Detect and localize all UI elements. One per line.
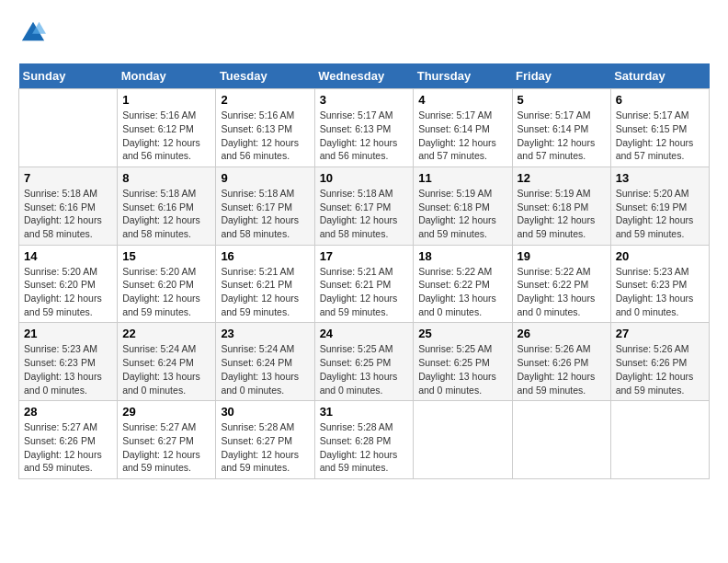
day-info: Sunrise: 5:27 AM Sunset: 6:26 PM Dayligh… bbox=[24, 420, 112, 475]
day-number: 21 bbox=[24, 327, 112, 340]
day-info: Sunrise: 5:21 AM Sunset: 6:21 PM Dayligh… bbox=[221, 265, 309, 319]
calendar-cell: 10Sunrise: 5:18 AM Sunset: 6:17 PM Dayli… bbox=[314, 167, 414, 245]
calendar-cell: 22Sunrise: 5:24 AM Sunset: 6:24 PM Dayli… bbox=[118, 323, 216, 401]
calendar-cell: 8Sunrise: 5:18 AM Sunset: 6:16 PM Daylig… bbox=[118, 167, 216, 245]
day-info: Sunrise: 5:22 AM Sunset: 6:22 PM Dayligh… bbox=[418, 265, 506, 319]
calendar-cell: 17Sunrise: 5:21 AM Sunset: 6:21 PM Dayli… bbox=[314, 245, 414, 323]
day-info: Sunrise: 5:18 AM Sunset: 6:16 PM Dayligh… bbox=[122, 187, 210, 241]
day-info: Sunrise: 5:23 AM Sunset: 6:23 PM Dayligh… bbox=[616, 265, 704, 319]
day-info: Sunrise: 5:18 AM Sunset: 6:16 PM Dayligh… bbox=[24, 187, 112, 241]
day-info: Sunrise: 5:20 AM Sunset: 6:19 PM Dayligh… bbox=[616, 187, 704, 241]
day-number: 22 bbox=[122, 327, 210, 340]
day-info: Sunrise: 5:25 AM Sunset: 6:25 PM Dayligh… bbox=[418, 342, 506, 396]
weekday-sunday: Sunday bbox=[19, 63, 118, 89]
day-info: Sunrise: 5:27 AM Sunset: 6:27 PM Dayligh… bbox=[122, 420, 210, 475]
week-row-5: 28Sunrise: 5:27 AM Sunset: 6:26 PM Dayli… bbox=[19, 401, 710, 479]
day-number: 26 bbox=[518, 327, 606, 340]
page-header bbox=[18, 18, 710, 49]
day-info: Sunrise: 5:26 AM Sunset: 6:26 PM Dayligh… bbox=[518, 342, 606, 396]
day-info: Sunrise: 5:28 AM Sunset: 6:27 PM Dayligh… bbox=[221, 420, 309, 475]
day-number: 11 bbox=[418, 171, 506, 185]
day-number: 4 bbox=[418, 93, 506, 107]
day-number: 24 bbox=[320, 327, 409, 340]
calendar-cell: 18Sunrise: 5:22 AM Sunset: 6:22 PM Dayli… bbox=[414, 245, 512, 323]
day-number: 10 bbox=[320, 171, 409, 185]
day-number: 9 bbox=[221, 171, 309, 185]
day-info: Sunrise: 5:18 AM Sunset: 6:17 PM Dayligh… bbox=[320, 187, 409, 241]
day-number: 12 bbox=[518, 171, 606, 185]
weekday-tuesday: Tuesday bbox=[216, 63, 314, 89]
day-info: Sunrise: 5:28 AM Sunset: 6:28 PM Dayligh… bbox=[320, 420, 409, 475]
day-number: 13 bbox=[616, 171, 704, 185]
day-number: 17 bbox=[320, 249, 409, 263]
day-number: 8 bbox=[122, 171, 210, 185]
calendar-cell: 9Sunrise: 5:18 AM Sunset: 6:17 PM Daylig… bbox=[216, 167, 314, 245]
calendar-cell: 20Sunrise: 5:23 AM Sunset: 6:23 PM Dayli… bbox=[610, 245, 709, 323]
day-number: 29 bbox=[122, 405, 210, 419]
calendar-cell: 4Sunrise: 5:17 AM Sunset: 6:14 PM Daylig… bbox=[414, 89, 512, 167]
day-info: Sunrise: 5:23 AM Sunset: 6:23 PM Dayligh… bbox=[24, 342, 112, 396]
day-info: Sunrise: 5:17 AM Sunset: 6:14 PM Dayligh… bbox=[518, 109, 606, 163]
week-row-2: 7Sunrise: 5:18 AM Sunset: 6:16 PM Daylig… bbox=[19, 167, 710, 245]
day-number: 30 bbox=[221, 405, 309, 419]
calendar-cell: 7Sunrise: 5:18 AM Sunset: 6:16 PM Daylig… bbox=[19, 167, 118, 245]
day-number: 31 bbox=[320, 405, 409, 419]
calendar-cell: 26Sunrise: 5:26 AM Sunset: 6:26 PM Dayli… bbox=[512, 323, 610, 401]
day-info: Sunrise: 5:21 AM Sunset: 6:21 PM Dayligh… bbox=[320, 265, 409, 319]
week-row-4: 21Sunrise: 5:23 AM Sunset: 6:23 PM Dayli… bbox=[19, 323, 710, 401]
calendar-cell: 21Sunrise: 5:23 AM Sunset: 6:23 PM Dayli… bbox=[19, 323, 118, 401]
calendar-cell: 15Sunrise: 5:20 AM Sunset: 6:20 PM Dayli… bbox=[118, 245, 216, 323]
calendar-cell: 2Sunrise: 5:16 AM Sunset: 6:13 PM Daylig… bbox=[216, 89, 314, 167]
calendar-cell: 28Sunrise: 5:27 AM Sunset: 6:26 PM Dayli… bbox=[19, 401, 118, 479]
calendar-cell bbox=[512, 401, 610, 479]
day-info: Sunrise: 5:16 AM Sunset: 6:13 PM Dayligh… bbox=[221, 109, 309, 163]
day-info: Sunrise: 5:25 AM Sunset: 6:25 PM Dayligh… bbox=[320, 342, 409, 396]
weekday-thursday: Thursday bbox=[414, 63, 512, 89]
weekday-saturday: Saturday bbox=[610, 63, 709, 89]
day-number: 5 bbox=[518, 93, 606, 107]
day-number: 20 bbox=[616, 249, 704, 263]
calendar-cell: 31Sunrise: 5:28 AM Sunset: 6:28 PM Dayli… bbox=[314, 401, 414, 479]
day-number: 7 bbox=[24, 171, 112, 185]
day-info: Sunrise: 5:17 AM Sunset: 6:15 PM Dayligh… bbox=[616, 109, 704, 163]
logo-icon bbox=[20, 18, 46, 44]
day-number: 2 bbox=[221, 93, 309, 107]
day-info: Sunrise: 5:26 AM Sunset: 6:26 PM Dayligh… bbox=[616, 342, 704, 396]
day-info: Sunrise: 5:20 AM Sunset: 6:20 PM Dayligh… bbox=[24, 265, 112, 319]
calendar-cell: 27Sunrise: 5:26 AM Sunset: 6:26 PM Dayli… bbox=[610, 323, 709, 401]
calendar-cell: 19Sunrise: 5:22 AM Sunset: 6:22 PM Dayli… bbox=[512, 245, 610, 323]
calendar-cell: 23Sunrise: 5:24 AM Sunset: 6:24 PM Dayli… bbox=[216, 323, 314, 401]
calendar-cell: 25Sunrise: 5:25 AM Sunset: 6:25 PM Dayli… bbox=[414, 323, 512, 401]
calendar-table: SundayMondayTuesdayWednesdayThursdayFrid… bbox=[18, 63, 710, 479]
calendar-cell: 30Sunrise: 5:28 AM Sunset: 6:27 PM Dayli… bbox=[216, 401, 314, 479]
day-info: Sunrise: 5:18 AM Sunset: 6:17 PM Dayligh… bbox=[221, 187, 309, 241]
calendar-cell: 3Sunrise: 5:17 AM Sunset: 6:13 PM Daylig… bbox=[314, 89, 414, 167]
calendar-body: 1Sunrise: 5:16 AM Sunset: 6:12 PM Daylig… bbox=[19, 89, 710, 479]
day-info: Sunrise: 5:22 AM Sunset: 6:22 PM Dayligh… bbox=[518, 265, 606, 319]
day-info: Sunrise: 5:19 AM Sunset: 6:18 PM Dayligh… bbox=[418, 187, 506, 241]
day-number: 16 bbox=[221, 249, 309, 263]
day-number: 18 bbox=[418, 249, 506, 263]
day-number: 15 bbox=[122, 249, 210, 263]
calendar-cell bbox=[414, 401, 512, 479]
day-info: Sunrise: 5:20 AM Sunset: 6:20 PM Dayligh… bbox=[122, 265, 210, 319]
day-number: 6 bbox=[616, 93, 704, 107]
calendar-cell bbox=[610, 401, 709, 479]
calendar-cell: 24Sunrise: 5:25 AM Sunset: 6:25 PM Dayli… bbox=[314, 323, 414, 401]
calendar-cell: 13Sunrise: 5:20 AM Sunset: 6:19 PM Dayli… bbox=[610, 167, 709, 245]
calendar-cell: 16Sunrise: 5:21 AM Sunset: 6:21 PM Dayli… bbox=[216, 245, 314, 323]
calendar-cell: 6Sunrise: 5:17 AM Sunset: 6:15 PM Daylig… bbox=[610, 89, 709, 167]
day-info: Sunrise: 5:17 AM Sunset: 6:14 PM Dayligh… bbox=[418, 109, 506, 163]
weekday-wednesday: Wednesday bbox=[314, 63, 414, 89]
day-number: 28 bbox=[24, 405, 112, 419]
day-info: Sunrise: 5:19 AM Sunset: 6:18 PM Dayligh… bbox=[518, 187, 606, 241]
calendar-cell: 5Sunrise: 5:17 AM Sunset: 6:14 PM Daylig… bbox=[512, 89, 610, 167]
logo bbox=[18, 18, 46, 49]
day-number: 25 bbox=[418, 327, 506, 340]
day-info: Sunrise: 5:24 AM Sunset: 6:24 PM Dayligh… bbox=[122, 342, 210, 396]
calendar-cell: 12Sunrise: 5:19 AM Sunset: 6:18 PM Dayli… bbox=[512, 167, 610, 245]
calendar-cell: 29Sunrise: 5:27 AM Sunset: 6:27 PM Dayli… bbox=[118, 401, 216, 479]
week-row-3: 14Sunrise: 5:20 AM Sunset: 6:20 PM Dayli… bbox=[19, 245, 710, 323]
calendar-cell bbox=[19, 89, 118, 167]
day-number: 23 bbox=[221, 327, 309, 340]
